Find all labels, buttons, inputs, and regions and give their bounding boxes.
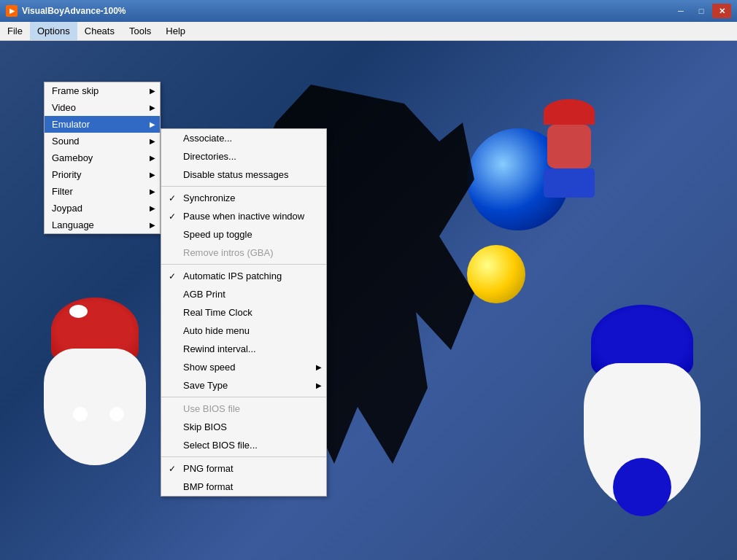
sound-label: Sound	[52, 136, 80, 147]
submenu-arrow-joypad: ▶	[150, 204, 155, 212]
menu-frame-skip[interactable]: Frame skip ▶	[45, 82, 160, 99]
menu-joypad[interactable]: Joypad ▶	[45, 200, 160, 217]
menu-select-bios[interactable]: Select BIOS file...	[161, 436, 326, 454]
auto-hide-label: Auto hide menu	[183, 325, 250, 336]
menu-cheats[interactable]: Cheats	[77, 22, 122, 40]
emulator-dropdown: Associate... Directories... Disable stat…	[161, 128, 327, 497]
menu-directories[interactable]: Directories...	[161, 147, 326, 166]
mario-overalls	[544, 168, 595, 198]
language-label: Language	[52, 219, 94, 230]
separator-4	[161, 456, 326, 457]
menu-synchronize[interactable]: ✓ Synchronize	[161, 189, 326, 207]
show-speed-label: Show speed	[183, 362, 236, 373]
maximize-button[interactable]: □	[692, 4, 711, 18]
toad-red	[36, 298, 168, 502]
menu-file[interactable]: File	[0, 22, 30, 40]
menu-filter[interactable]: Filter ▶	[45, 183, 160, 200]
menu-disable-status[interactable]: Disable status messages	[161, 166, 326, 184]
separator-2	[161, 264, 326, 265]
title-bar: ▶ VisualBoyAdvance-100% ─ □ ✕	[0, 0, 737, 22]
menu-help[interactable]: Help	[158, 22, 193, 40]
auto-ips-label: Automatic IPS patching	[183, 271, 282, 281]
minimize-button[interactable]: ─	[671, 4, 690, 18]
joypad-label: Joypad	[52, 203, 82, 214]
submenu-arrow-sound: ▶	[150, 137, 155, 145]
menu-bar: File Options Cheats Tools Help	[0, 22, 737, 41]
menu-save-type[interactable]: Save Type ▶	[161, 376, 326, 394]
submenu-arrow-emulator: ▶	[150, 120, 155, 128]
menu-associate[interactable]: Associate...	[161, 129, 326, 147]
submenu-arrow-frame-skip: ▶	[150, 87, 155, 95]
mario-body	[547, 125, 591, 168]
toad-blue-dot	[613, 458, 671, 516]
menu-skip-bios[interactable]: Skip BIOS	[161, 418, 326, 436]
mario-character	[533, 99, 606, 187]
options-dropdown: Frame skip ▶ Video ▶ Emulator ▶ Sound ▶ …	[44, 82, 161, 234]
menu-pause-inactive[interactable]: ✓ Pause when inactive window	[161, 207, 326, 225]
pause-check: ✓	[169, 211, 176, 222]
synchronize-label: Synchronize	[183, 192, 236, 203]
yellow-ball	[467, 245, 525, 303]
png-check: ✓	[169, 464, 176, 474]
directories-label: Directories...	[183, 151, 236, 162]
menu-agb-print[interactable]: AGB Print	[161, 285, 326, 303]
menu-auto-ips[interactable]: ✓ Automatic IPS patching	[161, 267, 326, 285]
rewind-label: Rewind interval...	[183, 343, 256, 354]
bmp-label: BMP format	[183, 481, 233, 492]
gameboy-label: Gameboy	[52, 152, 93, 163]
title-bar-controls: ─ □ ✕	[671, 4, 731, 18]
video-label: Video	[52, 102, 76, 113]
speed-toggle-label: Speed up toggle	[183, 229, 252, 240]
submenu-arrow-gameboy: ▶	[150, 154, 155, 162]
menu-rewind[interactable]: Rewind interval...	[161, 340, 326, 358]
toad-eye-right	[109, 407, 124, 421]
menu-options[interactable]: Options	[30, 22, 77, 40]
rtc-label: Real Time Clock	[183, 307, 252, 318]
save-type-label: Save Type	[183, 380, 228, 391]
mario-cap	[544, 99, 595, 125]
submenu-arrow-language: ▶	[150, 221, 155, 229]
window-title: VisualBoyAdvance-100%	[22, 6, 671, 16]
menu-speed-toggle[interactable]: Speed up toggle	[161, 225, 326, 244]
pause-inactive-label: Pause when inactive window	[183, 211, 304, 222]
separator-3	[161, 397, 326, 397]
save-type-arrow: ▶	[316, 381, 322, 389]
submenu-arrow-video: ▶	[150, 104, 155, 112]
frame-skip-label: Frame skip	[52, 85, 99, 96]
associate-label: Associate...	[183, 133, 232, 144]
emulator-label: Emulator	[52, 119, 90, 130]
menu-bmp-format[interactable]: BMP format	[161, 478, 326, 496]
toad-blue	[576, 305, 722, 538]
remove-intros-label: Remove intros (GBA)	[183, 247, 274, 258]
menu-rtc[interactable]: Real Time Clock	[161, 303, 326, 322]
menu-remove-intros: Remove intros (GBA)	[161, 244, 326, 262]
png-label: PNG format	[183, 463, 234, 474]
auto-ips-check: ✓	[169, 271, 176, 281]
submenu-arrow-filter: ▶	[150, 187, 155, 195]
filter-label: Filter	[52, 186, 73, 197]
toad-eye-left	[73, 407, 88, 421]
menu-gameboy[interactable]: Gameboy ▶	[45, 149, 160, 166]
menu-video[interactable]: Video ▶	[45, 99, 160, 116]
menu-priority[interactable]: Priority ▶	[45, 166, 160, 183]
toad-body	[44, 349, 146, 465]
menu-sound[interactable]: Sound ▶	[45, 133, 160, 149]
app-icon: ▶	[6, 5, 18, 17]
menu-show-speed[interactable]: Show speed ▶	[161, 358, 326, 376]
separator-1	[161, 186, 326, 187]
skip-bios-label: Skip BIOS	[183, 421, 227, 432]
show-speed-arrow: ▶	[316, 363, 322, 371]
select-bios-label: Select BIOS file...	[183, 440, 258, 451]
menu-tools[interactable]: Tools	[122, 22, 158, 40]
synchronize-check: ✓	[169, 193, 176, 203]
disable-status-label: Disable status messages	[183, 169, 289, 180]
submenu-arrow-priority: ▶	[150, 171, 155, 179]
menu-auto-hide[interactable]: Auto hide menu	[161, 322, 326, 340]
agb-print-label: AGB Print	[183, 289, 225, 300]
menu-language[interactable]: Language ▶	[45, 217, 160, 233]
menu-emulator[interactable]: Emulator ▶	[45, 116, 160, 133]
priority-label: Priority	[52, 169, 81, 180]
toad-blue-body	[584, 363, 701, 509]
close-button[interactable]: ✕	[712, 4, 731, 18]
menu-png-format[interactable]: ✓ PNG format	[161, 459, 326, 478]
